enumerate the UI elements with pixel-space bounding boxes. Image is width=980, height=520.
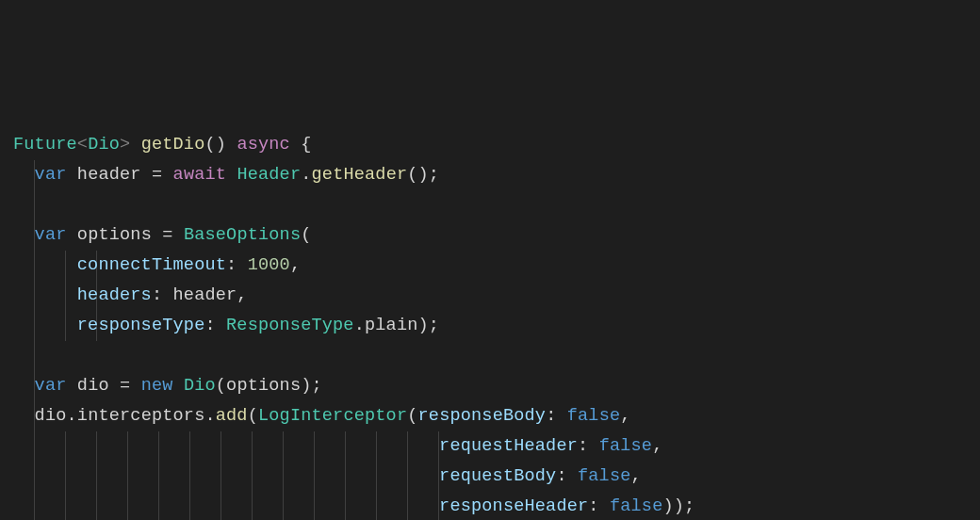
token-kw_var: var <box>35 376 67 396</box>
line-content: var header = await Header.getHeader(); <box>13 165 439 185</box>
token-kw_await: await <box>173 165 227 185</box>
line-content: responseHeader: false)); <box>13 496 694 516</box>
token-t_dio: Dio <box>184 376 216 396</box>
token-colon_sp: : <box>152 285 173 305</box>
line-content: var dio = new Dio(options); <box>13 376 322 396</box>
token-kw_false: false <box>567 406 621 426</box>
token-sp <box>290 135 301 154</box>
code-line[interactable] <box>13 190 967 220</box>
code-editor[interactable]: Future<Dio> getDio() async { var header … <box>13 130 967 520</box>
token-eq: = <box>162 225 172 245</box>
token-p_responsetype: responseType <box>77 316 205 335</box>
token-kw_new: new <box>141 376 173 396</box>
token-p_responsebody: responseBody <box>418 406 547 426</box>
token-p_requestbody: requestBody <box>439 466 556 486</box>
token-id_header: header <box>173 285 237 305</box>
token-id_plain: plain <box>365 316 418 335</box>
token-dot: . <box>67 406 77 426</box>
code-line[interactable]: var options = BaseOptions( <box>13 220 967 251</box>
token-t_future: Future <box>13 135 77 154</box>
token-fn_getheader: getHeader <box>312 165 408 185</box>
token-sp <box>67 165 77 185</box>
code-line[interactable] <box>13 341 967 371</box>
token-dot: . <box>354 316 365 335</box>
token-semi: ; <box>684 496 694 516</box>
line-content: requestBody: false, <box>13 466 642 486</box>
token-fn_add: add <box>216 406 248 426</box>
token-p_headers: headers <box>77 285 152 305</box>
token-sp <box>109 376 120 396</box>
code-line[interactable]: var header = await Header.getHeader(); <box>13 160 967 190</box>
token-sp <box>152 225 162 245</box>
line-content: responseType: ResponseType.plain); <box>13 316 439 335</box>
token-colon_sp: : <box>546 406 567 426</box>
token-paren_open: ( <box>301 225 311 245</box>
token-sp <box>130 376 140 396</box>
token-colon_sp: : <box>588 496 610 516</box>
token-comma: , <box>290 255 301 275</box>
token-id_header: header <box>77 165 141 185</box>
token-lt: < <box>77 135 88 154</box>
token-kw_async: async <box>237 135 290 154</box>
token-comma: , <box>237 285 247 305</box>
token-semi: ; <box>429 316 439 335</box>
token-paren_close: ) <box>674 496 684 516</box>
token-colon_sp: : <box>204 316 226 335</box>
code-line[interactable]: Future<Dio> getDio() async { <box>13 130 967 160</box>
token-eq: = <box>120 376 130 396</box>
token-sp <box>67 376 77 396</box>
token-kw_false: false <box>599 436 653 456</box>
token-sp <box>67 225 77 245</box>
token-kw_false: false <box>610 496 663 516</box>
code-line[interactable]: responseType: ResponseType.plain); <box>13 311 967 341</box>
token-parens_empty: () <box>204 135 226 154</box>
token-t_dio: Dio <box>88 135 120 154</box>
token-sp <box>141 165 152 185</box>
token-t_baseoptions: BaseOptions <box>184 225 301 245</box>
token-t_responsetype: ResponseType <box>226 316 354 335</box>
token-paren_close: ) <box>662 496 673 516</box>
code-line[interactable]: dio.interceptors.add(LogInterceptor(resp… <box>13 401 967 431</box>
token-kw_var: var <box>35 165 67 185</box>
token-comma: , <box>620 406 630 426</box>
line-content: var options = BaseOptions( <box>13 225 312 245</box>
line-content: connectTimeout: 1000, <box>13 255 301 275</box>
token-eq: = <box>152 165 162 185</box>
token-kw_var: var <box>35 225 67 245</box>
line-content: dio.interceptors.add(LogInterceptor(resp… <box>13 406 631 426</box>
token-colon_sp: : <box>226 255 248 275</box>
token-dot: . <box>204 406 215 426</box>
token-paren_close: ) <box>301 376 311 396</box>
token-id_options: options <box>77 225 152 245</box>
line-content: headers: header, <box>13 285 248 305</box>
code-line[interactable]: requestBody: false, <box>13 462 967 492</box>
token-id_interceptors: interceptors <box>77 406 205 426</box>
token-comma: , <box>631 466 642 486</box>
token-semi: ; <box>312 376 322 396</box>
token-sp <box>173 376 184 396</box>
token-p_requestheader: requestHeader <box>439 436 578 456</box>
token-p_connecttimeout: connectTimeout <box>77 255 226 275</box>
token-colon_sp: : <box>556 466 578 486</box>
code-line[interactable]: headers: header, <box>13 281 967 311</box>
token-paren_open: ( <box>216 376 226 396</box>
token-semi: ; <box>429 165 439 185</box>
token-sp <box>130 135 140 154</box>
code-line[interactable]: responseHeader: false)); <box>13 492 967 520</box>
token-sp <box>226 165 237 185</box>
code-line[interactable]: connectTimeout: 1000, <box>13 251 967 281</box>
token-sp <box>173 225 184 245</box>
line-content: requestHeader: false, <box>13 436 662 456</box>
token-t_loginterceptor: LogInterceptor <box>258 406 407 426</box>
line-content: Future<Dio> getDio() async { <box>13 135 312 154</box>
token-sp <box>162 165 172 185</box>
token-t_header: Header <box>237 165 301 185</box>
token-kw_false: false <box>578 466 631 486</box>
token-n_1000: 1000 <box>248 255 290 275</box>
code-line[interactable]: requestHeader: false, <box>13 431 967 462</box>
indent-guide <box>34 341 35 371</box>
token-paren_close: ) <box>418 316 429 335</box>
token-fn_getdio: getDio <box>141 135 205 154</box>
code-line[interactable]: var dio = new Dio(options); <box>13 371 967 401</box>
token-comma: , <box>652 436 662 456</box>
